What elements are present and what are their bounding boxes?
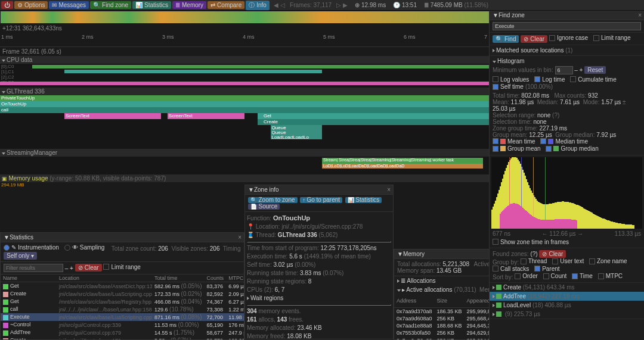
minbin-input[interactable] <box>555 66 573 74</box>
clear-filter-button[interactable]: ⊘ Clear <box>75 264 102 272</box>
stats-table: Name Location Total time Counts MTPC Get… <box>1 275 244 339</box>
findzone-panel: ▼ Find zone× 🔍 Find ⊘ Clear Ignore case … <box>489 11 644 340</box>
ignorecase-check[interactable]: Ignore case <box>549 35 588 41</box>
logtime-check[interactable]: Log time <box>534 76 565 83</box>
zoom-button[interactable]: 🔍 Zoom to zone <box>248 197 298 203</box>
table-row[interactable]: Getjni/claw/src/claw/base/AssetDict.hpp:… <box>1 282 244 291</box>
instrumentation-radio[interactable]: ✎ Instrumentation <box>4 244 59 251</box>
waitregions-expand[interactable]: Wait regions <box>247 294 391 302</box>
selftime-check[interactable]: Self time (100.00%) <box>493 83 553 90</box>
frametime-label: ⊕ 12.98 ms <box>352 2 389 8</box>
tick: 2 ms <box>80 33 161 46</box>
findzone-button[interactable]: 🔍 Find zone <box>90 1 131 9</box>
showframes-check[interactable]: Show zone time in frames <box>493 239 569 245</box>
options-button[interactable]: ⚙ Options <box>14 1 48 9</box>
tick: 5 ms <box>322 33 402 46</box>
timing-dropdown[interactable]: Self only ▾ <box>4 252 37 260</box>
limitrange-check[interactable]: Limit range <box>103 264 140 270</box>
memory-label: ≣ 7485.09 MB (11.58%) <box>421 2 491 8</box>
findzone-header: ▼ Find zone× <box>490 11 644 20</box>
main-toolbar: ⏻ ⚙ Options ✉ Messages 🔍 Find zone 📊 Sta… <box>0 0 644 11</box>
filter-input[interactable] <box>4 264 63 272</box>
close-icon[interactable]: × <box>238 234 242 241</box>
tick: 3 ms <box>161 33 242 46</box>
statistics-button[interactable]: 📊 Statistics <box>132 1 171 9</box>
goparent-button[interactable]: ↑ Go to parent <box>300 197 342 203</box>
memory-button[interactable]: ≣ Memory <box>172 1 206 9</box>
table-row[interactable]: Executejni/claw/src/claw/base/LuaScripti… <box>1 313 244 321</box>
info-button[interactable]: ⓘ Info <box>246 1 270 10</box>
timestamp: +12:31 362,643,433ns <box>2 25 62 32</box>
zoneinfo-header: ▼ Zone info× <box>245 185 393 195</box>
histogram-chart[interactable] <box>491 157 642 229</box>
close-icon[interactable]: × <box>387 186 391 193</box>
group-item[interactable]: Create (54,131) 643.34 ms <box>490 283 644 292</box>
table-row[interactable]: calljni/../../../jni/claw/.../base/Lunar… <box>1 305 244 313</box>
find-button[interactable]: 🔍 Find <box>493 35 519 43</box>
search-input[interactable] <box>493 22 641 30</box>
limitrange-check[interactable]: Limit range <box>593 35 630 41</box>
compare-button[interactable]: ⇄ Compare <box>208 1 244 9</box>
reset-button[interactable]: Reset <box>584 66 606 74</box>
tick: 1 ms <box>0 33 80 46</box>
group-item[interactable]: AddTree (18,942) 227.19 ms <box>490 292 644 301</box>
table-row[interactable]: AddTreejni/src/gui/Control.cpp:67914.55 … <box>1 329 244 336</box>
table-row[interactable]: Get/mnt/e/claw/src/claw/base/Registry.hp… <box>1 298 244 305</box>
matched-sources[interactable]: Matched source locations (1) <box>490 45 644 56</box>
messages-button[interactable]: ✉ Messages <box>49 1 89 9</box>
source-button[interactable]: 📄 Source <box>248 204 280 210</box>
tick: 4 ms <box>242 33 322 46</box>
logvalues-check[interactable]: Log values <box>493 76 529 83</box>
clear-button[interactable]: ⊘ Clear <box>521 35 547 43</box>
clock-label: 🕐 13:51 <box>390 2 420 8</box>
clear2-button[interactable]: ⊘ Clear <box>539 250 566 258</box>
stats-header: ▼ Statistics× <box>1 233 244 242</box>
table-row[interactable]: Createjni/src/gui/Control.cpp:1795.58 s … <box>1 336 244 339</box>
statistics-button[interactable]: 📊 Statistics <box>345 197 382 203</box>
statistics-pane: ▼ Statistics× ✎ Instrumentation 👁 Sampli… <box>0 232 244 340</box>
zoneinfo-pane: ▼ Zone info× 🔍 Zoom to zone ↑ Go to pare… <box>244 185 394 339</box>
table-row[interactable]: ~Controljni/src/gui/Control.cpp:33911.53… <box>1 321 244 329</box>
table-row[interactable]: Createjni/claw/src/claw/base/LuaScriptin… <box>1 290 244 298</box>
close-icon[interactable]: × <box>638 12 642 18</box>
group-item[interactable]: LoadLevel (18) 406.88 µs <box>490 301 644 310</box>
group-item[interactable]: (9) 225.73 µs <box>490 310 644 319</box>
playback-controls[interactable]: ◀ ◁ Frames: 37,117 ▷ ▶ <box>271 2 351 8</box>
histogram-section: Histogram Minimum values in bin: – + Res… <box>490 56 644 155</box>
cumtime-check[interactable]: Cumulate time <box>570 76 616 83</box>
sampling-radio[interactable]: 👁 Sampling <box>64 244 105 251</box>
exit-button[interactable]: ⏻ <box>1 1 13 9</box>
tick: 6 ms <box>402 33 483 46</box>
